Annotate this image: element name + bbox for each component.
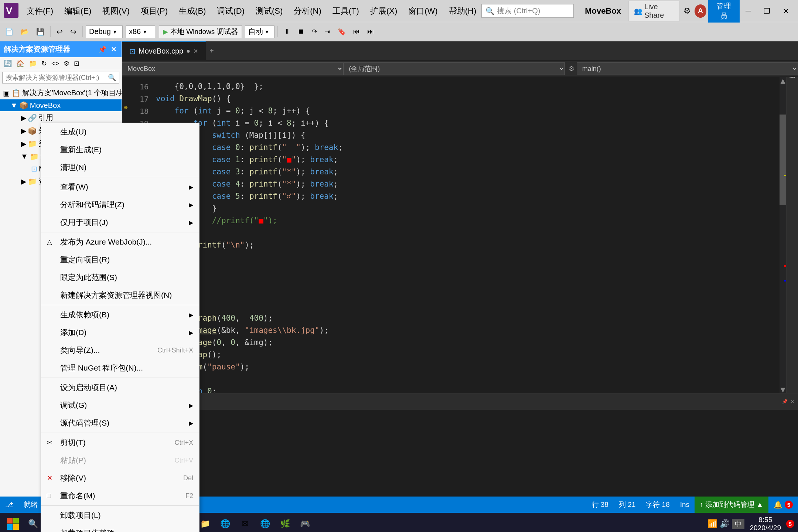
se-home-icon[interactable]: 🏠 xyxy=(15,59,26,68)
ctx-analyze[interactable]: 分析和代码清理(Z) ▶ xyxy=(41,196,199,214)
run-button[interactable]: ▶ 本地 Windows 调试器 xyxy=(159,25,242,38)
nav-gear-icon[interactable]: ⚙ xyxy=(566,65,577,73)
ctx-source-control[interactable]: 源代码管理(S) ▶ xyxy=(41,414,199,432)
status-ready[interactable]: 就绪 xyxy=(18,497,43,513)
menu-tools[interactable]: 工具(T) xyxy=(327,3,364,19)
close-button[interactable]: ✕ xyxy=(777,4,794,18)
toolbar-save[interactable]: 💾 xyxy=(33,25,47,38)
menu-test[interactable]: 测试(S) xyxy=(250,3,288,19)
se-code-icon[interactable]: <> xyxy=(50,59,61,68)
toolbar-extra2[interactable]: ⏭ xyxy=(364,25,377,38)
status-add-code[interactable]: ↑ 添加到代码管理 ▲ xyxy=(695,497,768,513)
ctx-scope[interactable]: 限定为此范围(S) xyxy=(41,269,199,286)
ctx-clean[interactable]: 清理(N) xyxy=(41,158,199,176)
toolbar-undo[interactable]: ↩ xyxy=(54,25,66,38)
scroll-down-button[interactable]: ▼ xyxy=(780,386,786,393)
manage-button[interactable]: 管理员 xyxy=(708,0,740,23)
status-ins[interactable]: Ins xyxy=(675,497,695,513)
minimize-button[interactable]: ─ xyxy=(740,4,757,18)
ctx-build[interactable]: 生成(U) xyxy=(41,123,199,141)
nav-symbol-select[interactable]: main() xyxy=(577,62,798,75)
ctx-remove[interactable]: ✕ 移除(V) Del xyxy=(41,469,199,487)
ctx-new-view[interactable]: 新建解决方案资源管理器视图(N) xyxy=(41,286,199,304)
se-project-root[interactable]: ▼ 📦 MoveBox xyxy=(0,99,122,111)
nav-scope-select[interactable]: MoveBox xyxy=(122,62,343,75)
taskbar-mail-icon[interactable]: ✉ xyxy=(236,515,254,532)
status-col[interactable]: 列 21 xyxy=(614,497,641,513)
toolbar-debugtool1[interactable]: ⏸ xyxy=(281,25,293,38)
se-folder-icon[interactable]: 📁 xyxy=(27,59,38,68)
settings-icon[interactable]: ⚙ xyxy=(680,6,695,16)
status-notification-icon[interactable]: 🔔 5 xyxy=(768,497,798,513)
live-share-button[interactable]: 👥 Live Share xyxy=(628,1,680,21)
bottom-close-icon[interactable]: ✕ xyxy=(791,399,794,404)
ctx-set-startup[interactable]: 设为启动项目(A) xyxy=(41,379,199,396)
taskbar-clock[interactable]: 8:55 2020/4/29 xyxy=(747,516,784,532)
ctx-class-wizard[interactable]: 类向导(Z)... Ctrl+Shift+X xyxy=(41,341,199,359)
se-close-icon[interactable]: ✕ xyxy=(109,45,118,54)
ctx-add[interactable]: 添加(D) ▶ xyxy=(41,324,199,341)
status-row[interactable]: 行 38 xyxy=(587,497,614,513)
status-char[interactable]: 字符 18 xyxy=(641,497,675,513)
ctx-build-deps[interactable]: 生成依赖项(B) ▶ xyxy=(41,306,199,324)
menu-window[interactable]: 窗口(W) xyxy=(403,3,443,19)
menu-build[interactable]: 生成(B) xyxy=(174,3,211,19)
se-pin-icon[interactable]: 📌 xyxy=(97,45,108,54)
toolbar-open[interactable]: 📂 xyxy=(18,25,32,38)
title-search[interactable]: 🔍 搜索 (Ctrl+Q) xyxy=(481,4,574,18)
toolbar-debugtool2[interactable]: ⏹ xyxy=(295,25,307,38)
scroll-thumb[interactable] xyxy=(780,115,786,205)
editor-scrollbar[interactable]: ▲ ▼ xyxy=(780,77,786,393)
toolbar-debugtool4[interactable]: ⇥ xyxy=(322,25,333,38)
tb-network-icon[interactable]: 📶 xyxy=(707,519,717,529)
se-search-input[interactable] xyxy=(6,74,108,82)
nav-function-select[interactable]: (全局范围) xyxy=(343,62,565,75)
bottom-pin-icon[interactable]: 📌 xyxy=(782,399,788,404)
toolbar-extra1[interactable]: ⏮ xyxy=(350,25,363,38)
menu-file[interactable]: 文件(F) xyxy=(21,3,58,19)
menu-analyze[interactable]: 分析(N) xyxy=(289,3,327,19)
ctx-debug-menu[interactable]: 调试(G) ▶ xyxy=(41,396,199,414)
toolbar-debugtool3[interactable]: ↷ xyxy=(309,25,320,38)
platform-dropdown[interactable]: x86 ▼ xyxy=(126,25,155,38)
tab-add-button[interactable]: + xyxy=(206,47,218,55)
start-button[interactable] xyxy=(4,515,22,532)
scroll-up-button[interactable]: ▲ xyxy=(780,77,786,84)
editor-tab-movebox[interactable]: ⊡ MoveBox.cpp ● ✕ xyxy=(122,41,206,61)
ctx-nuget[interactable]: 管理 NuGet 程序包(N)... xyxy=(41,359,199,377)
ctx-publish-azure[interactable]: △ 发布为 Azure WebJob(J)... xyxy=(41,233,199,251)
se-expand-icon[interactable]: ⊡ xyxy=(72,59,81,68)
ctx-rename[interactable]: □ 重命名(M) F2 xyxy=(41,487,199,505)
menu-project[interactable]: 项目(P) xyxy=(136,3,173,19)
menu-help[interactable]: 帮助(H) xyxy=(444,3,482,19)
taskbar-green-icon[interactable]: 🌿 xyxy=(276,515,294,532)
restore-button[interactable]: ❐ xyxy=(758,4,775,18)
ctx-view[interactable]: 查看(W) ▶ xyxy=(41,178,199,196)
ctx-cut[interactable]: ✂ 剪切(T) Ctrl+X xyxy=(41,434,199,451)
se-refresh-icon[interactable]: ↻ xyxy=(40,59,48,68)
menu-view[interactable]: 视图(V) xyxy=(97,3,134,19)
tb-speaker-icon[interactable]: 🔊 xyxy=(720,519,730,529)
tb-lang-icon[interactable]: 中 xyxy=(732,519,744,529)
menu-debug[interactable]: 调试(D) xyxy=(212,3,250,19)
ctx-retarget[interactable]: 重定向项目(R) xyxy=(41,251,199,269)
toolbar-redo[interactable]: ↪ xyxy=(67,25,79,38)
se-item-references[interactable]: ▶ 🔗 引用 xyxy=(0,111,122,124)
toolbar-bookmark[interactable]: 🔖 xyxy=(335,25,349,38)
right-sidebar-label[interactable]: 工具箱 xyxy=(786,81,798,86)
tab-close-button[interactable]: ✕ xyxy=(193,48,198,55)
ctx-rebuild[interactable]: 重新生成(E) xyxy=(41,141,199,158)
code-content[interactable]: {0,0,0,1,1,0,0} }; void DrawMap() { for … xyxy=(152,77,780,393)
se-search-bar[interactable]: 🔍 xyxy=(2,72,119,83)
ctx-project-only[interactable]: 仅用于项目(J) ▶ xyxy=(41,214,199,231)
ctx-paste[interactable]: 粘贴(P) Ctrl+V xyxy=(41,451,199,469)
taskbar-notification-count[interactable]: 5 xyxy=(786,520,794,528)
taskbar-search-icon[interactable]: 🔍 xyxy=(24,515,42,532)
taskbar-game-icon[interactable]: 🎮 xyxy=(296,515,314,532)
taskbar-edge-icon[interactable]: 🌐 xyxy=(256,515,274,532)
status-git-icon[interactable]: ⎇ xyxy=(0,497,18,513)
se-solution-root[interactable]: ▣ 📋 解决方案'MoveBox'(1 个项目/共 1 个) xyxy=(0,86,122,99)
debug-config-dropdown[interactable]: Debug ▼ xyxy=(86,25,123,38)
ctx-unload[interactable]: 卸载项目(L) xyxy=(41,507,199,524)
taskbar-ie-icon[interactable]: 🌐 xyxy=(216,515,234,532)
